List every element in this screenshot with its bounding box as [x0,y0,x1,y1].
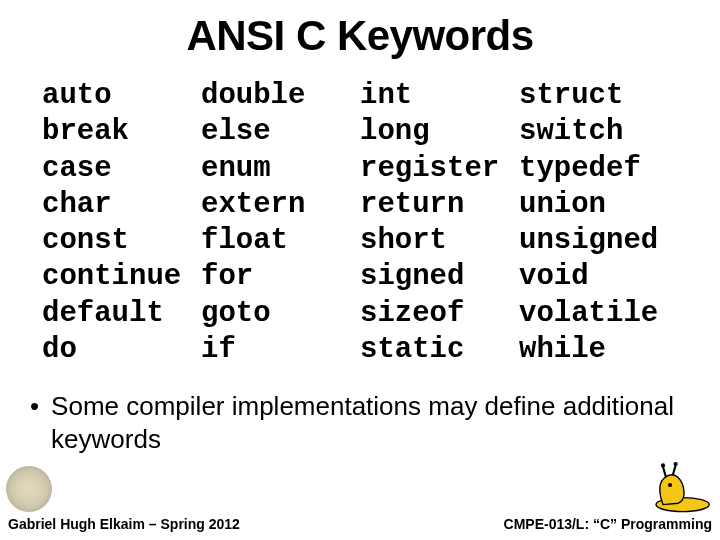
keyword: char [42,187,201,223]
slug-mascot-icon [642,456,712,514]
keyword: goto [201,296,360,332]
keyword: register [360,151,519,187]
keyword-col-1: auto break case char const continue defa… [42,78,201,368]
keyword: double [201,78,360,114]
university-seal-icon [6,466,52,512]
bullet-marker: • [30,390,39,423]
keyword: do [42,332,201,368]
keyword-col-4: struct switch typedef union unsigned voi… [519,78,678,368]
keyword: short [360,223,519,259]
keyword: unsigned [519,223,678,259]
keyword: case [42,151,201,187]
keyword: long [360,114,519,150]
keyword: while [519,332,678,368]
keyword: void [519,259,678,295]
keyword: float [201,223,360,259]
keyword: auto [42,78,201,114]
svg-point-5 [668,483,672,487]
keyword-col-2: double else enum extern float for goto i… [201,78,360,368]
keyword-col-3: int long register return short signed si… [360,78,519,368]
keyword: const [42,223,201,259]
keyword: else [201,114,360,150]
keyword: default [42,296,201,332]
keyword: struct [519,78,678,114]
keyword: for [201,259,360,295]
keyword: volatile [519,296,678,332]
keyword: return [360,187,519,223]
keyword: extern [201,187,360,223]
svg-line-1 [663,467,666,477]
bullet-item: • Some compiler implementations may defi… [0,368,720,455]
svg-point-2 [661,463,665,467]
footer-author: Gabriel Hugh Elkaim – Spring 2012 [8,516,240,532]
keyword: typedef [519,151,678,187]
keyword-grid: auto break case char const continue defa… [0,78,720,368]
slide-title: ANSI C Keywords [0,12,720,60]
footer-course: CMPE-013/L: “C” Programming [504,516,712,532]
keyword: union [519,187,678,223]
keyword: break [42,114,201,150]
keyword: continue [42,259,201,295]
svg-line-3 [673,465,676,475]
keyword: if [201,332,360,368]
keyword: int [360,78,519,114]
keyword: switch [519,114,678,150]
svg-point-4 [674,462,678,466]
keyword: sizeof [360,296,519,332]
keyword: static [360,332,519,368]
bullet-text: Some compiler implementations may define… [51,390,690,455]
keyword: signed [360,259,519,295]
keyword: enum [201,151,360,187]
